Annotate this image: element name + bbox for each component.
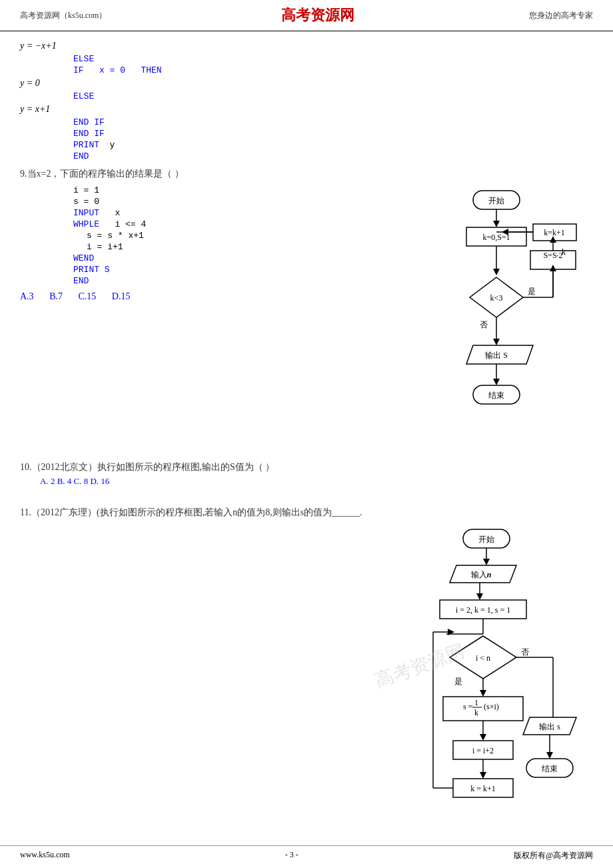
- problem-11: 11.（2012广东理）(执行如图所示的程序框图,若输入n的值为8,则输出s的值…: [20, 507, 593, 827]
- svg-text:输出 S: 输出 S: [485, 351, 508, 360]
- code-if-x0: IF x = 0 THEN: [73, 65, 593, 75]
- p9-i1: i = 1: [73, 185, 406, 195]
- svg-text:S=S·2: S=S·2: [543, 251, 562, 260]
- svg-text:(s×i): (s×i): [484, 702, 499, 711]
- problem10-label: 10.（2012北京文）执行如图所示的程序框图,输出的S值为（ ）: [20, 461, 593, 473]
- p9-wend: WEND: [73, 253, 406, 263]
- svg-marker-56: [546, 752, 553, 759]
- svg-text:s =: s =: [463, 702, 473, 711]
- svg-text:k: k: [474, 708, 478, 717]
- svg-marker-7: [493, 269, 500, 275]
- svg-marker-3: [493, 221, 500, 227]
- svg-text:k=k+1: k=k+1: [544, 228, 565, 237]
- header-right: 您身边的高考专家: [529, 10, 593, 21]
- opt-c: C.15: [78, 291, 96, 301]
- problem10-options: A. 2 B. 4 C. 8 D. 16: [40, 476, 593, 487]
- svg-text:是: 是: [528, 287, 536, 296]
- svg-text:结束: 结束: [488, 391, 504, 400]
- footer-right: 版权所有@高考资源网: [514, 850, 593, 861]
- p9-s0: s = 0: [73, 197, 406, 207]
- problem11-label: 11.（2012广东理）(执行如图所示的程序框图,若输入n的值为8,则输出s的值…: [20, 507, 593, 519]
- code-line-y0: y = 0: [20, 78, 593, 89]
- top-code-block: y = −x+1 ELSE IF x = 0 THEN y = 0 ELSE y…: [20, 41, 593, 161]
- svg-text:输入n: 输入n: [471, 570, 492, 579]
- main-content: y = −x+1 ELSE IF x = 0 THEN y = 0 ELSE y…: [0, 31, 613, 867]
- code-line-yx1: y = x+1: [20, 104, 593, 115]
- header-left: 高考资源网（ks5u.com）: [20, 10, 107, 21]
- svg-text:开始: 开始: [478, 535, 494, 544]
- svg-text:i < n: i < n: [476, 653, 490, 663]
- svg-marker-43: [476, 593, 483, 600]
- header-center: 高考资源网: [281, 5, 354, 25]
- code-line-y1: y = −x+1: [20, 41, 593, 51]
- problem-9: 9.当x=2，下面的程序输出的结果是（ ） i = 1 s = 0 INPUT …: [20, 168, 593, 453]
- problem9-label: 9.当x=2，下面的程序输出的结果是（ ）: [20, 168, 593, 180]
- footer-left: www.ks5u.com: [20, 850, 70, 861]
- code-else-1: ELSE: [73, 54, 593, 64]
- svg-text:输出 s: 输出 s: [539, 722, 560, 731]
- p9-while: WHPLE i <= 4: [73, 219, 406, 229]
- code-print-y: PRINT y: [73, 140, 593, 150]
- flowchart-1: 开始 k=0,S=1 k<3 是: [420, 184, 593, 453]
- svg-marker-73: [480, 772, 486, 779]
- p9-input: INPUT x: [73, 208, 406, 218]
- svg-text:i = i+2: i = i+2: [472, 746, 494, 755]
- svg-text:k = k+1: k = k+1: [470, 784, 496, 793]
- code-endif-2: END IF: [73, 129, 593, 139]
- svg-marker-61: [480, 690, 486, 697]
- p9-print: PRINT S: [73, 265, 406, 275]
- svg-marker-30: [493, 379, 500, 385]
- problem9-code: i = 1 s = 0 INPUT x WHPLE i <= 4 s = s *…: [20, 184, 406, 453]
- problem9-options: A.3 B.7 C.15 D.15: [20, 291, 406, 302]
- page-footer: www.ks5u.com - 3 - 版权所有@高考资源网: [0, 845, 613, 861]
- code-else-2: ELSE: [73, 91, 593, 101]
- svg-text:否: 否: [480, 320, 488, 329]
- p9-end: END: [73, 276, 406, 286]
- opt-a: A.3: [20, 291, 34, 301]
- code-endif-1: END IF: [73, 117, 593, 127]
- svg-text:是: 是: [454, 677, 462, 686]
- flowchart-2: 开始 输入n i = 2, k = 1, s = 1: [406, 524, 593, 827]
- opt-b: B.7: [49, 291, 63, 301]
- svg-marker-39: [483, 559, 490, 565]
- page-header: 高考资源网（ks5u.com） 高考资源网 您身边的高考专家: [0, 0, 613, 31]
- code-end-1: END: [73, 151, 593, 161]
- svg-text:k<3: k<3: [490, 293, 503, 303]
- problem-10: 10.（2012北京文）执行如图所示的程序框图,输出的S值为（ ） A. 2 B…: [20, 461, 593, 487]
- p9-s-update: s = s * x+1: [87, 231, 406, 241]
- svg-marker-26: [493, 339, 500, 345]
- svg-text:k: k: [562, 247, 566, 257]
- footer-center: - 3 -: [285, 850, 299, 861]
- svg-text:1: 1: [474, 698, 478, 707]
- svg-text:结束: 结束: [542, 764, 558, 773]
- svg-text:i = 2, k = 1, s = 1: i = 2, k = 1, s = 1: [456, 605, 510, 615]
- opt-d: D.15: [112, 291, 131, 301]
- svg-marker-69: [480, 734, 486, 741]
- svg-rect-62: [443, 697, 523, 721]
- p9-i-update: i = i+1: [87, 242, 406, 252]
- svg-text:开始: 开始: [488, 196, 504, 205]
- svg-text:否: 否: [521, 647, 529, 657]
